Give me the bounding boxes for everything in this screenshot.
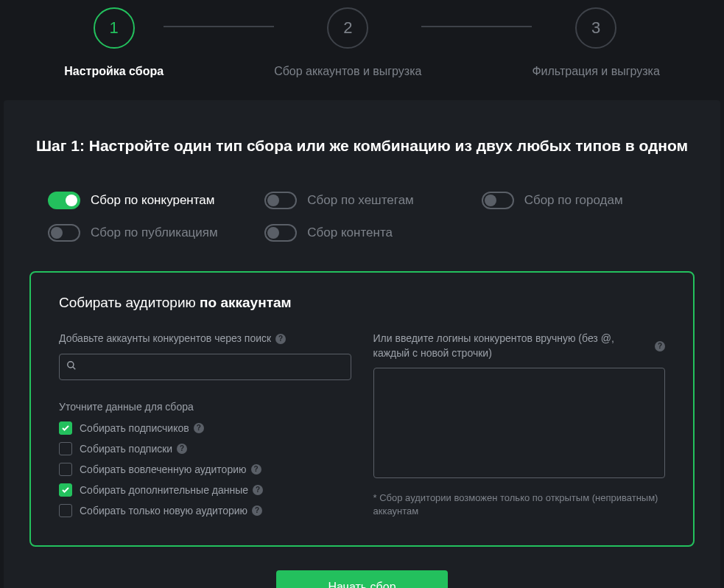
textarea-label-text: Или введите логины конкурентов вручную (… xyxy=(373,332,651,360)
form-title-bold: по аккаунтам xyxy=(200,295,291,310)
help-icon[interactable]: ? xyxy=(275,334,286,344)
toggle-label: Сбор контента xyxy=(307,225,393,240)
toggle-switch[interactable] xyxy=(48,224,80,242)
toggle-switch[interactable] xyxy=(48,192,80,209)
search-label-text: Добавьте аккаунты конкурентов через поис… xyxy=(59,332,271,346)
step-circle-3: 3 xyxy=(575,7,616,49)
form-left-column: Добавьте аккаунты конкурентов через поис… xyxy=(59,332,351,519)
checkbox[interactable] xyxy=(59,442,72,455)
checkbox-following[interactable]: Собирать подписки? xyxy=(59,442,351,455)
toggle-publications[interactable]: Сбор по публикациям xyxy=(48,224,242,242)
main-panel: Шаг 1: Настройте один тип сбора или же к… xyxy=(4,100,720,588)
hint-text: * Сбор аудитории возможен только по откр… xyxy=(373,491,666,518)
toggle-label: Сбор по конкурентам xyxy=(91,193,214,208)
step-line xyxy=(421,26,532,27)
step-label-2: Сбор аккаунтов и выгрузка xyxy=(274,65,421,78)
page-title: Шаг 1: Настройте один тип сбора или же к… xyxy=(26,137,698,155)
form-box: Собирать аудиторию по аккаунтам Добавьте… xyxy=(29,271,695,547)
step-label-3: Фильтрация и выгрузка xyxy=(532,65,659,78)
step-label-1: Настройка сбора xyxy=(64,65,164,78)
checkbox[interactable] xyxy=(59,463,72,476)
search-wrapper xyxy=(59,354,351,380)
checkbox[interactable] xyxy=(59,483,72,497)
checkbox-label: Собирать дополнительные данные? xyxy=(80,484,263,496)
help-icon[interactable]: ? xyxy=(177,444,187,454)
toggle-label: Сбор по городам xyxy=(524,193,623,208)
form-right-column: Или введите логины конкурентов вручную (… xyxy=(373,332,666,519)
step-line xyxy=(164,26,274,27)
checkbox-group: Собирать подписчиков? Собирать подписки?… xyxy=(59,421,351,517)
step-2[interactable]: 2 Сбор аккаунтов и выгрузка xyxy=(274,7,421,78)
stepper: 1 Настройка сбора 2 Сбор аккаунтов и выг… xyxy=(0,0,724,100)
checkbox-label: Собирать только новую аудиторию? xyxy=(80,505,262,517)
toggle-label: Сбор по публикациям xyxy=(91,225,218,240)
checkbox-label: Собирать подписчиков? xyxy=(80,422,204,434)
help-icon[interactable]: ? xyxy=(194,423,204,433)
search-label: Добавьте аккаунты конкурентов через поис… xyxy=(59,332,351,346)
checkbox-new-only[interactable]: Собирать только новую аудиторию? xyxy=(59,504,351,517)
toggle-group: Сбор по конкурентам Сбор по хештегам Сбо… xyxy=(26,192,698,271)
help-icon[interactable]: ? xyxy=(251,464,261,475)
help-icon[interactable]: ? xyxy=(252,505,262,516)
checkbox-followers[interactable]: Собирать подписчиков? xyxy=(59,421,351,435)
step-3[interactable]: 3 Фильтрация и выгрузка xyxy=(532,7,659,78)
step-1[interactable]: 1 Настройка сбора xyxy=(64,7,164,78)
step-circle-1: 1 xyxy=(94,7,135,49)
toggle-hashtags[interactable]: Сбор по хештегам xyxy=(264,192,459,209)
textarea-label: Или введите логины конкурентов вручную (… xyxy=(373,332,666,360)
section-label: Уточните данные для сбора xyxy=(59,401,351,413)
logins-textarea[interactable] xyxy=(373,368,666,478)
checkbox-label: Собирать вовлеченную аудиторию? xyxy=(80,463,261,475)
toggle-switch[interactable] xyxy=(264,224,297,242)
help-icon[interactable]: ? xyxy=(655,341,665,351)
help-icon[interactable]: ? xyxy=(253,485,263,495)
checkbox[interactable] xyxy=(59,421,72,435)
checkbox-engaged[interactable]: Собирать вовлеченную аудиторию? xyxy=(59,463,351,476)
checkbox-label: Собирать подписки? xyxy=(80,443,187,455)
form-title-prefix: Собирать аудиторию xyxy=(59,295,200,310)
toggle-competitors[interactable]: Сбор по конкурентам xyxy=(48,192,242,209)
toggle-cities[interactable]: Сбор по городам xyxy=(482,192,676,209)
start-collection-button[interactable]: Начать сбор xyxy=(276,570,447,588)
form-title: Собирать аудиторию по аккаунтам xyxy=(59,295,665,311)
search-input[interactable] xyxy=(59,354,351,380)
toggle-label: Сбор по хештегам xyxy=(307,193,413,208)
toggle-content[interactable]: Сбор контента xyxy=(264,224,459,242)
checkbox-additional[interactable]: Собирать дополнительные данные? xyxy=(59,483,351,497)
checkbox[interactable] xyxy=(59,504,72,517)
submit-row: Начать сбор xyxy=(26,570,698,588)
step-circle-2: 2 xyxy=(327,7,368,49)
toggle-switch[interactable] xyxy=(264,192,297,209)
toggle-switch[interactable] xyxy=(482,192,514,209)
